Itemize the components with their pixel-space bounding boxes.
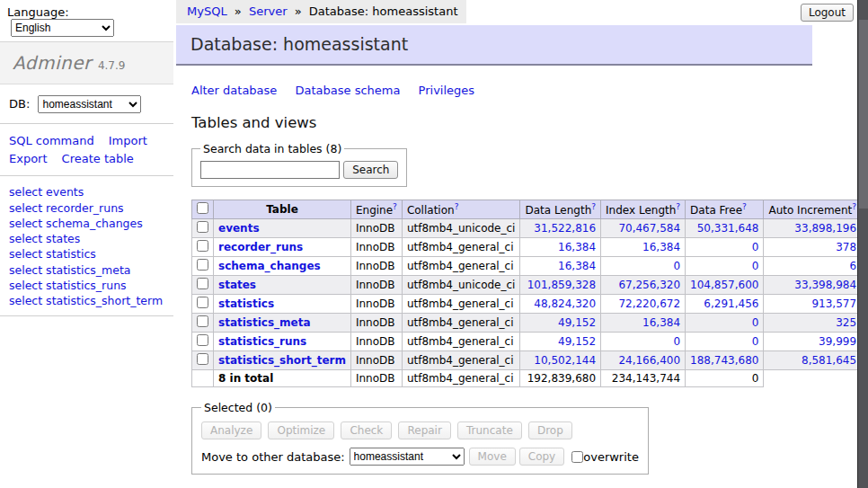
privileges-link[interactable]: Privileges — [419, 84, 475, 97]
auto-increment-link[interactable]: 378 — [836, 241, 856, 253]
vertical-scrollbar[interactable] — [857, 0, 868, 488]
table-link[interactable]: statistics_short_term — [218, 354, 346, 367]
row-checkbox[interactable] — [197, 259, 208, 271]
index-length-link[interactable]: 70,467,584 — [618, 222, 680, 235]
data-free-link[interactable]: 188,743,680 — [690, 354, 758, 367]
table-link[interactable]: states — [218, 279, 256, 291]
data-free-link[interactable]: 0 — [752, 335, 759, 348]
overwrite-checkbox[interactable] — [571, 451, 583, 463]
data-length-link[interactable]: 101,859,328 — [527, 279, 596, 291]
index-length-help-link[interactable]: ? — [676, 202, 680, 211]
auto-increment-link[interactable]: 913,577 — [811, 297, 856, 310]
logout-button[interactable]: Logout — [801, 4, 854, 22]
data-free-link[interactable]: 0 — [752, 316, 759, 329]
auto-increment-link[interactable]: 8,581,645 — [802, 354, 856, 367]
data-length-link[interactable]: 10,502,144 — [534, 354, 596, 367]
auto-increment-link[interactable]: 325 — [836, 316, 856, 329]
cell-engine: InnoDB — [350, 257, 402, 276]
sidebar-item-select-events[interactable]: select events — [9, 184, 164, 200]
row-checkbox[interactable] — [197, 353, 208, 365]
scrollbar-thumb[interactable] — [859, 20, 868, 209]
sidebar-item-select-statistics-short-term[interactable]: select statistics_short_term — [9, 293, 164, 308]
truncate-button[interactable]: Truncate — [457, 421, 522, 439]
auto-increment-link[interactable]: 33,398,984 — [794, 279, 856, 291]
index-length-link[interactable]: 0 — [673, 260, 680, 272]
language-select[interactable]: English — [11, 19, 114, 37]
table-link[interactable]: statistics_meta — [218, 316, 311, 329]
auto-increment-help-link[interactable]: ? — [852, 202, 856, 211]
search-button[interactable]: Search — [343, 161, 398, 179]
row-checkbox[interactable] — [197, 221, 208, 233]
index-length-link[interactable]: 16,384 — [642, 241, 680, 253]
col-data-length: Data Length? — [520, 200, 601, 219]
data-length-link[interactable]: 49,152 — [558, 316, 596, 329]
index-length-link[interactable]: 24,166,400 — [618, 354, 680, 367]
index-length-link[interactable]: 0 — [673, 335, 680, 348]
data-free-help-link[interactable]: ? — [742, 202, 747, 211]
row-checkbox[interactable] — [197, 278, 208, 289]
row-checkbox[interactable] — [197, 315, 208, 327]
auto-increment-link[interactable]: 33,898,196 — [794, 222, 856, 235]
index-length-link[interactable]: 16,384 — [642, 316, 680, 329]
drop-button[interactable]: Drop — [528, 421, 572, 439]
data-free-link[interactable]: 0 — [752, 260, 759, 272]
data-length-link[interactable]: 16,384 — [558, 260, 596, 272]
data-free-link[interactable]: 104,857,600 — [690, 279, 758, 291]
sidebar-create-table-link[interactable]: Create table — [62, 152, 134, 165]
sidebar-item-select-statistics-runs[interactable]: select statistics_runs — [9, 278, 164, 293]
data-length-link[interactable]: 31,522,816 — [534, 222, 596, 235]
select-all-checkbox[interactable] — [197, 202, 208, 214]
sidebar-item-select-statistics-meta[interactable]: select statistics_meta — [9, 262, 164, 278]
sidebar-import-link[interactable]: Import — [109, 134, 147, 147]
table-link[interactable]: recorder_runs — [218, 241, 303, 253]
table-link[interactable]: events — [218, 222, 260, 235]
index-length-link[interactable]: 72,220,672 — [618, 297, 680, 310]
cell-engine: InnoDB — [350, 295, 402, 314]
copy-button[interactable]: Copy — [519, 448, 564, 466]
row-checkbox[interactable] — [197, 297, 208, 308]
sidebar-item-select-statistics[interactable]: select statistics — [9, 246, 164, 262]
cell-collation: utf8mb4_general_ci — [402, 295, 520, 314]
auto-increment-link[interactable]: 6 — [849, 260, 856, 272]
sidebar-item-select-states[interactable]: select states — [9, 231, 164, 246]
table-link[interactable]: schema_changes — [218, 260, 321, 272]
row-checkbox[interactable] — [197, 334, 208, 346]
breadcrumb-server-link[interactable]: Server — [249, 4, 288, 18]
database-schema-link[interactable]: Database schema — [296, 84, 401, 97]
page-title: Database: homeassistant — [176, 25, 812, 66]
sidebar-sql-command-link[interactable]: SQL command — [9, 134, 94, 147]
engine-help-link[interactable]: ? — [393, 202, 397, 211]
data-length-link[interactable]: 49,152 — [558, 335, 596, 348]
data-length-help-link[interactable]: ? — [591, 202, 596, 211]
collation-help-link[interactable]: ? — [455, 202, 459, 211]
table-link[interactable]: statistics — [218, 297, 274, 310]
sidebar-export-link[interactable]: Export — [9, 152, 48, 165]
analyze-button[interactable]: Analyze — [201, 421, 261, 439]
sidebar-actions: SQL commandImport ExportCreate table — [0, 124, 173, 175]
repair-button[interactable]: Repair — [398, 421, 450, 439]
data-free-link[interactable]: 6,291,456 — [704, 297, 758, 310]
sidebar-item-select-schema-changes[interactable]: select schema_changes — [9, 216, 164, 231]
check-button[interactable]: Check — [341, 421, 392, 439]
database-links: Alter database Database schema Privilege… — [191, 84, 812, 97]
main-content: MySQL » Server » Database: homeassistant… — [176, 0, 812, 488]
data-free-link[interactable]: 0 — [752, 241, 759, 253]
total-data-free: 0 — [686, 370, 764, 387]
search-input[interactable] — [200, 161, 340, 179]
table-link[interactable]: statistics_runs — [218, 335, 306, 348]
col-engine: Engine? — [350, 200, 402, 219]
breadcrumb-mysql-link[interactable]: MySQL — [187, 4, 227, 18]
data-free-link[interactable]: 50,331,648 — [697, 222, 759, 235]
index-length-link[interactable]: 67,256,320 — [618, 279, 680, 291]
col-table: Table — [214, 200, 351, 219]
db-select[interactable]: homeassistant — [38, 95, 141, 113]
data-length-link[interactable]: 48,824,320 — [534, 297, 596, 310]
sidebar-item-select-recorder-runs[interactable]: select recorder_runs — [9, 200, 164, 216]
data-length-link[interactable]: 16,384 — [558, 241, 596, 253]
row-checkbox[interactable] — [197, 240, 208, 252]
optimize-button[interactable]: Optimize — [268, 421, 334, 439]
move-button[interactable]: Move — [469, 448, 516, 466]
alter-database-link[interactable]: Alter database — [191, 84, 277, 97]
auto-increment-link[interactable]: 39,999 — [819, 335, 856, 348]
move-db-select[interactable]: homeassistant — [350, 448, 465, 466]
